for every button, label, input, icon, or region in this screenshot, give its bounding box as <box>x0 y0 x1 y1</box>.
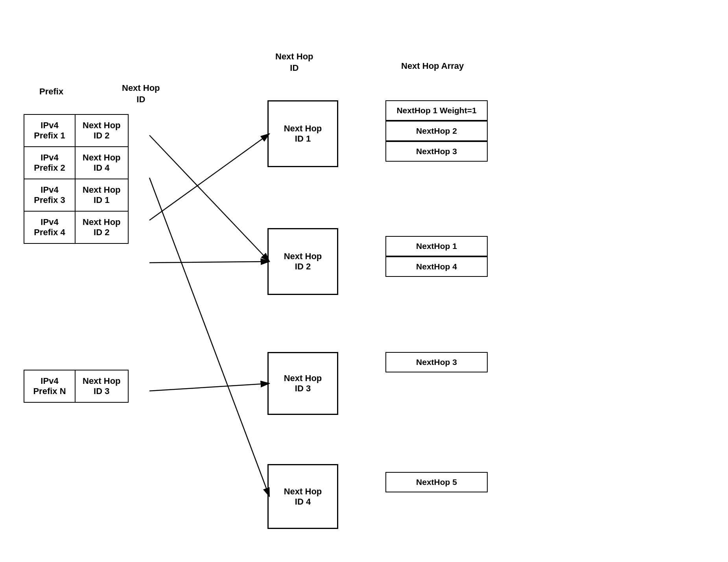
arrow-4 <box>149 262 269 263</box>
nha-group-3: NextHop 3 <box>385 352 488 372</box>
nha-item-1-3: NextHop 3 <box>385 141 488 162</box>
col-header-nhid-middle: Next HopID <box>275 51 313 74</box>
nha-item-2-1: NextHop 1 <box>385 236 488 256</box>
arrow-1 <box>149 135 269 262</box>
nha-group-1: NextHop 1 Weight=1NextHop 2NextHop 3 <box>385 100 488 162</box>
nha-item-4-1: NextHop 5 <box>385 472 488 492</box>
nha-item-3-1: NextHop 3 <box>385 352 488 372</box>
prefix-table: IPv4Prefix 1Next HopID 2IPv4Prefix 2Next… <box>24 114 129 244</box>
arrow-3 <box>149 134 269 220</box>
prefix-cell-1: IPv4Prefix 1 <box>24 114 75 147</box>
nha-group-4: NextHop 5 <box>385 472 488 492</box>
prefix-cell-3: IPv4Prefix 3 <box>24 179 75 211</box>
nhid-box-2: Next HopID 2 <box>267 228 338 295</box>
nha-item-2-2: NextHop 4 <box>385 256 488 277</box>
prefix-cell-n: IPv4Prefix N <box>24 370 75 402</box>
arrows-diagram <box>0 0 728 562</box>
col-header-nhid-left: Next HopID <box>122 83 160 105</box>
col-header-prefix: Prefix <box>39 87 63 97</box>
nha-group-2: NextHop 1NextHop 4 <box>385 236 488 277</box>
nha-item-1-1: NextHop 1 Weight=1 <box>385 100 488 121</box>
nhid-box-4: Next HopID 4 <box>267 464 338 529</box>
nhid-box-1: Next HopID 1 <box>267 100 338 167</box>
nhid-box-3: Next HopID 3 <box>267 352 338 415</box>
arrow-5 <box>149 383 269 391</box>
nhid-cell-1: Next HopID 2 <box>75 114 128 147</box>
nhid-cell-3: Next HopID 1 <box>75 179 128 211</box>
nhid-cell-4: Next HopID 2 <box>75 211 128 243</box>
prefix-n-table: IPv4Prefix NNext HopID 3 <box>24 370 129 403</box>
prefix-cell-2: IPv4Prefix 2 <box>24 147 75 179</box>
nha-item-1-2: NextHop 2 <box>385 121 488 141</box>
arrow-2 <box>149 178 269 497</box>
nhid-cell-n: Next HopID 3 <box>75 370 128 402</box>
col-header-nha: Next Hop Array <box>401 61 464 71</box>
nhid-cell-2: Next HopID 4 <box>75 147 128 179</box>
prefix-cell-4: IPv4Prefix 4 <box>24 211 75 243</box>
